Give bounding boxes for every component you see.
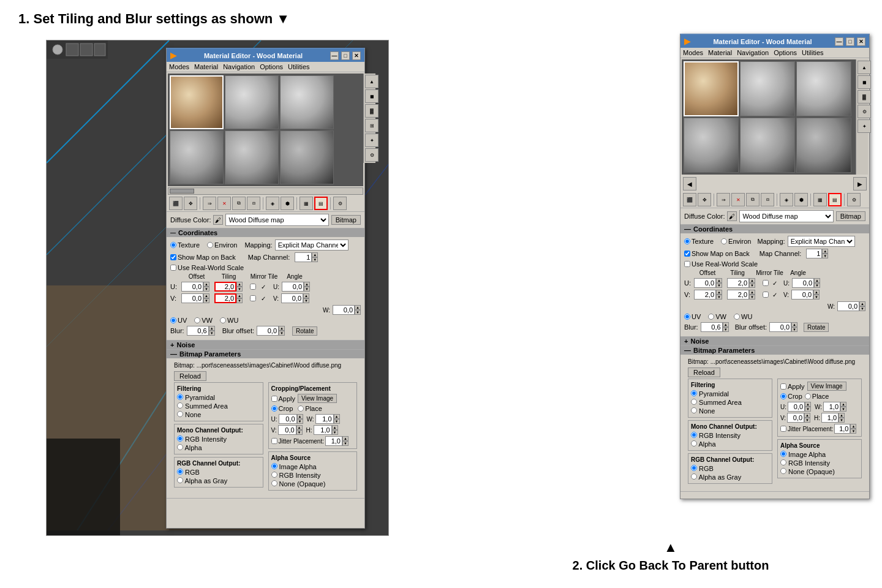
rtb-rs[interactable]: ✕	[731, 193, 745, 206]
mapping-select-right[interactable]: Explicit Map Channel	[788, 236, 855, 247]
rtb-l2[interactable]: ▤	[828, 193, 842, 206]
bitmap-header-left[interactable]: — Bitmap Parameters	[167, 350, 364, 358]
vw-r-radio[interactable]	[708, 314, 714, 320]
rtb-pa[interactable]: ⧈	[761, 193, 774, 206]
none-opaque-radio[interactable]	[271, 480, 277, 486]
tb-render[interactable]: ◈	[266, 197, 279, 210]
showmap-check-label[interactable]: Show Map on Back	[170, 254, 236, 261]
scroll-right-btn[interactable]: ▶	[853, 177, 867, 190]
uv-radio[interactable]	[170, 317, 176, 323]
rotate-btn-r[interactable]: Rotate	[804, 323, 829, 332]
none-opaque-r-radio[interactable]	[780, 468, 786, 474]
showmap-check[interactable]	[170, 254, 176, 260]
menu-navigation-r[interactable]: Navigation	[737, 49, 769, 56]
menu-material-r[interactable]: Material	[708, 49, 732, 56]
v-angle-field[interactable]	[281, 293, 303, 303]
reload-btn-left[interactable]: Reload	[174, 371, 206, 381]
wu-radio[interactable]	[220, 317, 226, 323]
v-tiling-field[interactable]	[214, 293, 236, 303]
map-ch-r-field[interactable]	[806, 249, 822, 258]
img-alpha-radio[interactable]	[271, 463, 277, 469]
tb-settings[interactable]: ⚙	[333, 197, 347, 210]
rtb-cp[interactable]: ⧉	[746, 193, 760, 206]
rtb-l1[interactable]: ▦	[813, 193, 827, 206]
tb-assign[interactable]: ⇒	[203, 197, 216, 210]
env-r-label[interactable]: Environ	[721, 238, 751, 245]
u-tiling-down[interactable]: ▼	[236, 287, 243, 292]
rgb-int-alpha-r-label[interactable]: RGB Intensity	[780, 459, 859, 467]
rtb-1[interactable]: ▲	[858, 61, 871, 74]
jitter-r-check[interactable]	[780, 426, 786, 432]
rtb-5[interactable]: ✦	[858, 119, 871, 133]
tex-r-label[interactable]: Texture	[684, 238, 714, 245]
spin-down[interactable]: ▼	[312, 257, 318, 262]
alpha-mono-label[interactable]: Alpha	[177, 444, 260, 451]
pyramidal-radio[interactable]	[177, 394, 183, 400]
rtb-as[interactable]: ⇒	[717, 193, 730, 206]
place-r-label[interactable]: Place	[805, 393, 829, 400]
jitter-check[interactable]	[271, 438, 277, 444]
w-angle-field[interactable]	[333, 305, 355, 315]
jitter-r-field[interactable]	[834, 424, 850, 434]
restore-btn[interactable]: □	[341, 51, 350, 60]
alpha-gray-r-radio[interactable]	[691, 473, 697, 480]
view-image-btn[interactable]: View Image	[298, 394, 337, 403]
summed-area-radio[interactable]	[177, 402, 183, 409]
sphere-1[interactable]	[170, 75, 224, 129]
sphere-r5[interactable]	[740, 118, 795, 173]
pyramidal-r-label[interactable]: Pyramidal	[691, 390, 769, 398]
v-til-r-field[interactable]	[727, 290, 749, 300]
v-mir-r[interactable]	[763, 292, 769, 298]
spin-up[interactable]: ▲	[312, 252, 318, 257]
sphere-r4[interactable]	[684, 118, 739, 173]
place-radio-label[interactable]: Place	[298, 405, 322, 412]
rw-r-check[interactable]	[684, 261, 690, 267]
crop-r-label[interactable]: Crop	[780, 393, 802, 400]
u-til-r-field[interactable]	[727, 278, 749, 288]
none-opaque-label[interactable]: None (Opaque)	[271, 480, 355, 488]
tb-swatch[interactable]: ⬛	[169, 197, 183, 210]
texture-radio-label[interactable]: Texture	[170, 241, 200, 249]
v-offset-field[interactable]	[181, 293, 203, 303]
rgb-int-r-label[interactable]: RGB Intensity	[691, 432, 769, 439]
tb-layout2[interactable]: ▤	[314, 197, 328, 210]
tb-icon-5[interactable]: ✦	[365, 134, 379, 147]
showmap-r-check[interactable]	[684, 251, 690, 257]
jitter-field[interactable]	[325, 436, 342, 446]
u-angle-field[interactable]	[282, 282, 304, 292]
rtb-re[interactable]: ◈	[780, 193, 793, 206]
alpha-r-label[interactable]: Alpha	[691, 440, 769, 448]
sphere-6[interactable]	[280, 130, 334, 184]
cv-r-field[interactable]	[787, 413, 804, 423]
sphere-5[interactable]	[225, 130, 279, 184]
w-ang-r-field[interactable]	[837, 301, 859, 311]
crop-radio[interactable]	[271, 405, 277, 412]
rgb-int-alpha-radio[interactable]	[271, 472, 277, 478]
pyramidal-r-radio[interactable]	[691, 390, 697, 396]
sphere-r1[interactable]	[684, 61, 739, 116]
tb-reset[interactable]: ✕	[217, 197, 231, 210]
tb-layout1[interactable]: ▦	[300, 197, 313, 210]
pyramidal-label[interactable]: Pyramidal	[177, 394, 260, 401]
noise-header-left[interactable]: + Noise	[167, 341, 364, 349]
map-channel-field[interactable]	[295, 252, 312, 262]
u-off-r-field[interactable]	[694, 278, 716, 288]
paint-icon-left[interactable]: 🖌	[213, 215, 223, 225]
u-mirror-check[interactable]	[250, 284, 256, 290]
env-r-radio[interactable]	[721, 238, 727, 244]
none-opaque-r-label[interactable]: None (Opaque)	[780, 468, 859, 475]
rtb-mp[interactable]: ⬢	[794, 193, 808, 206]
blur-off-r-field[interactable]	[769, 322, 791, 332]
bitmap-btn-right[interactable]: Bitmap	[836, 211, 865, 221]
img-alpha-r-radio[interactable]	[780, 451, 786, 457]
summed-r-label[interactable]: Summed Area	[691, 399, 769, 406]
restore-btn-r[interactable]: □	[846, 37, 854, 46]
place-radio[interactable]	[298, 405, 304, 412]
rtb-2[interactable]: ◼	[858, 75, 871, 89]
menu-navigation[interactable]: Navigation	[223, 63, 255, 70]
coord-header-right[interactable]: — Coordinates	[680, 225, 869, 233]
h-scroll[interactable]	[168, 187, 363, 195]
scroll-left-btn[interactable]: ◀	[683, 177, 696, 190]
uv-radio-label[interactable]: UV	[170, 317, 187, 324]
u-mir-r[interactable]	[763, 280, 769, 286]
